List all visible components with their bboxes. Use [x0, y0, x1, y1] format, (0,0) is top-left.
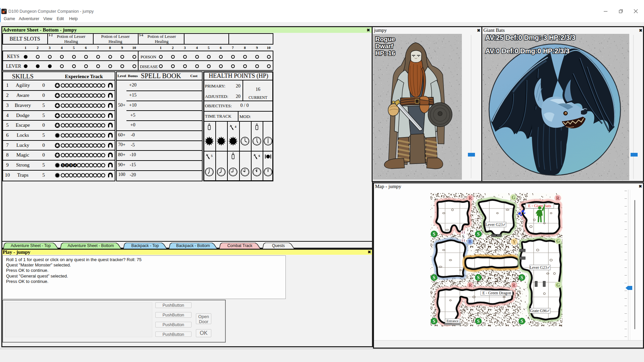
svg-text:3: 3 [70, 164, 72, 167]
svg-text:S: S [433, 275, 435, 280]
svg-text:AV:0 Def:0 Dmg:0 HP:2/3/3: AV:0 Def:0 Dmg:0 HP:2/3/3 [485, 47, 570, 55]
svg-text:Grate G96✓: Grate G96✓ [530, 308, 550, 313]
svg-text:S: S [433, 319, 435, 324]
svg-text:Dwarf: Dwarf [375, 43, 393, 50]
svg-text:HP: 16: HP: 16 [375, 50, 395, 57]
svg-text:Lever G23✓: Lever G23✓ [530, 265, 550, 270]
svg-text:Entrance: Entrance [446, 319, 459, 323]
svg-text:5: 5 [211, 154, 213, 158]
svg-text:4: 4 [235, 125, 236, 128]
svg-text:Rogue: Rogue [375, 36, 395, 43]
svg-text:S: S [521, 275, 523, 280]
svg-text:R: R [556, 196, 560, 201]
svg-text:G: G [556, 239, 560, 244]
svg-text:AV:25 Def:0 Dmg:-3 HP:2/3/3: AV:25 Def:0 Dmg:-3 HP:2/3/3 [485, 34, 576, 41]
svg-text:R: R [469, 196, 472, 201]
svg-text:S: S [462, 234, 465, 239]
svg-text:Y: Y [513, 239, 516, 244]
svg-text:S: S [433, 232, 435, 237]
svg-text:B: B [468, 239, 471, 244]
svg-text:G: G [556, 283, 560, 288]
svg-text:Lever G23✓: Lever G23✓ [485, 222, 506, 227]
svg-text:E - Green Dragon: E - Green Dragon [482, 291, 511, 295]
svg-text:G: G [512, 195, 516, 200]
svg-text:1: 1 [62, 164, 64, 167]
svg-text:2: 2 [66, 164, 68, 167]
svg-text:S: S [521, 319, 523, 324]
svg-text:R: R [469, 283, 472, 288]
svg-text:S: S [477, 319, 480, 324]
svg-text:R: R [512, 283, 516, 288]
svg-text:6: 6 [259, 154, 260, 158]
svg-text:S: S [477, 232, 480, 237]
svg-text:S: S [477, 275, 480, 280]
svg-text:4: 4 [74, 164, 76, 167]
